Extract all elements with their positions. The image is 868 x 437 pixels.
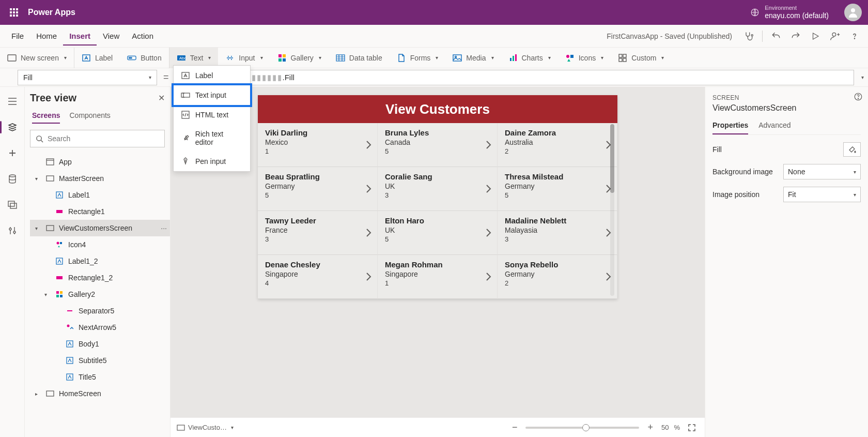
formula-expand-button[interactable]: ▾	[861, 74, 864, 80]
next-arrow[interactable]	[485, 140, 492, 150]
next-arrow[interactable]	[365, 272, 372, 282]
insert-media-button[interactable]: Media▾	[445, 48, 501, 68]
tree-node[interactable]: Body1	[30, 336, 170, 352]
gallery-item[interactable]: Viki DarlingMexico1	[258, 123, 378, 167]
svg-rect-31	[8, 201, 14, 206]
rail-hamburger[interactable]	[4, 93, 21, 110]
insert-forms-button[interactable]: Forms▾	[390, 48, 446, 68]
fit-to-window-button[interactable]	[685, 424, 699, 431]
customer-country: UK	[385, 182, 491, 190]
zoom-out-button[interactable]: −	[509, 422, 521, 433]
tree-search-input[interactable]	[48, 134, 159, 143]
gallery-item[interactable]: Denae ChesleySingapore4	[258, 255, 378, 299]
insert-icons-button[interactable]: Icons▾	[558, 48, 611, 68]
rail-advanced[interactable]	[4, 222, 21, 239]
tree-node[interactable]: Icon4	[30, 236, 170, 253]
next-arrow[interactable]	[365, 140, 372, 150]
svg-point-17	[455, 56, 457, 57]
zoom-in-button[interactable]: +	[644, 422, 656, 433]
undo-button[interactable]	[768, 28, 784, 44]
zoom-slider[interactable]	[525, 427, 639, 429]
tree-node[interactable]: Rectangle1	[30, 203, 170, 220]
gallery-item[interactable]: Madaline NeblettMalayasia3	[498, 211, 617, 255]
screen-selector[interactable]: ViewCusto… ▾	[177, 424, 234, 431]
menu-action[interactable]: Action	[126, 26, 160, 46]
canvas-scrollbar[interactable]	[610, 124, 614, 296]
app-canvas[interactable]: View Customers Viki DarlingMexico1Bruna …	[258, 95, 617, 299]
tree-node[interactable]: Separator5	[30, 303, 170, 319]
tree-node[interactable]: Label1	[30, 187, 170, 203]
insert-button-button[interactable]: Button	[120, 48, 169, 68]
tree-tab-components[interactable]: Components	[69, 111, 110, 124]
insert-charts-button[interactable]: Charts▾	[501, 48, 558, 68]
customers-gallery[interactable]: Viki DarlingMexico1Bruna LylesCanada5Dai…	[258, 123, 617, 299]
svg-rect-12	[283, 54, 286, 57]
gallery-item[interactable]: Bruna LylesCanada5	[378, 123, 498, 167]
gallery-item[interactable]: Megan RohmanSingapore1	[378, 255, 498, 299]
gallery-item[interactable]: Thresa MilsteadGermany5	[498, 167, 617, 211]
next-arrow[interactable]	[365, 228, 372, 238]
customer-name: Megan Rohman	[385, 260, 491, 269]
dropdown-item-html-text[interactable]: HTML text	[174, 105, 250, 125]
tree-node[interactable]: ▾Gallery2	[30, 286, 170, 303]
tree-node[interactable]: Rectangle1_2	[30, 269, 170, 286]
next-arrow[interactable]	[365, 184, 372, 194]
dropdown-item-rich-text[interactable]: Rich text editor	[174, 125, 250, 152]
tree-node[interactable]: Label1_2	[30, 253, 170, 269]
environment-picker[interactable]: Environment enayu.com (default)	[741, 5, 838, 20]
insert-datatable-button[interactable]: Data table	[329, 48, 390, 68]
tree-search-box[interactable]	[30, 130, 165, 147]
advanced-tab[interactable]: Advanced	[758, 121, 791, 134]
more-button[interactable]: ···	[161, 224, 167, 232]
property-selector[interactable]: Fill ▾	[18, 70, 157, 85]
formula-input[interactable]: ▮▮▮▮▮▮▮▮▮▮▮▮▮▮▮.Fill	[199, 70, 854, 85]
redo-button[interactable]	[787, 28, 804, 44]
app-launcher-button[interactable]	[6, 5, 22, 20]
tree-node[interactable]: ▾ViewCustomersScreen···	[30, 220, 170, 236]
image-position-select[interactable]: Fit▾	[783, 187, 861, 202]
tree-node[interactable]: Title5	[30, 369, 170, 385]
svg-rect-47	[56, 295, 59, 297]
rail-data[interactable]	[4, 171, 21, 187]
menu-file[interactable]: File	[5, 26, 30, 46]
user-avatar[interactable]	[844, 4, 862, 21]
tree-close-button[interactable]: ✕	[158, 93, 165, 103]
gallery-item[interactable]: Elton HaroUK5	[378, 211, 498, 255]
menu-view[interactable]: View	[97, 26, 126, 46]
dropdown-item-pen-input[interactable]: Pen input	[174, 152, 250, 171]
dropdown-item-label[interactable]: Label	[174, 66, 250, 85]
bg-image-select[interactable]: None▾	[783, 164, 861, 179]
next-arrow[interactable]	[485, 272, 492, 282]
rail-media[interactable]	[4, 197, 21, 213]
gallery-item[interactable]: Daine ZamoraAustralia2	[498, 123, 617, 167]
insert-custom-button[interactable]: Custom▾	[611, 48, 671, 68]
panel-help-button[interactable]	[854, 92, 863, 101]
app-checker-button[interactable]	[740, 28, 757, 44]
gallery-item[interactable]: Sonya RebelloGermany2	[498, 255, 617, 299]
tree-node[interactable]: Subtitle5	[30, 352, 170, 369]
properties-tab[interactable]: Properties	[712, 121, 748, 134]
new-screen-button[interactable]: New screen▾	[0, 48, 74, 68]
tree-node[interactable]: ▾MasterScreen	[30, 170, 170, 187]
share-button[interactable]	[827, 28, 843, 44]
insert-label-button[interactable]: Label	[74, 48, 120, 68]
next-arrow[interactable]	[485, 184, 492, 194]
gallery-item[interactable]: Tawny LeederFrance3	[258, 211, 378, 255]
menu-home[interactable]: Home	[30, 26, 63, 46]
rail-tree-view[interactable]	[4, 119, 21, 135]
menu-insert[interactable]: Insert	[63, 26, 97, 46]
tree-node[interactable]: App	[30, 154, 170, 170]
next-arrow[interactable]	[485, 228, 492, 238]
insert-gallery-button[interactable]: Gallery▾	[270, 48, 329, 68]
tree-tab-screens[interactable]: Screens	[32, 111, 60, 124]
gallery-item[interactable]: Coralie SangUK3	[378, 167, 498, 211]
fill-color-picker[interactable]	[843, 142, 861, 157]
help-button[interactable]	[846, 28, 863, 44]
play-button[interactable]	[807, 28, 824, 44]
gallery-item[interactable]: Beau SpratlingGermany5	[258, 167, 378, 211]
rail-insert[interactable]	[4, 145, 21, 161]
tree-node[interactable]: NextArrow5	[30, 319, 170, 336]
dropdown-item-text-input[interactable]: Text input	[174, 85, 250, 105]
tree-node[interactable]: ▸HomeScreen	[30, 385, 170, 402]
customer-number: 5	[505, 191, 611, 199]
